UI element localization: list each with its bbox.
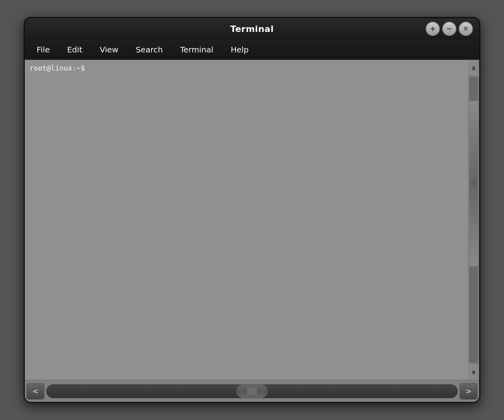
scroll-down-icon: ∨ [471, 368, 476, 376]
menu-file[interactable]: File [28, 42, 58, 58]
scroll-track-vertical[interactable] [469, 77, 478, 362]
terminal-window: Terminal + − ✕ File Edit View Search Ter… [24, 17, 480, 403]
scroll-up-button[interactable]: ∧ [468, 60, 479, 76]
menu-search[interactable]: Search [127, 42, 172, 58]
scroll-left-icon: < [32, 387, 38, 395]
minimize-button[interactable]: − [442, 22, 456, 36]
menu-view[interactable]: View [91, 42, 127, 58]
window-title: Terminal [230, 24, 274, 34]
terminal-prompt: root@linux:~$ [30, 64, 85, 72]
scroll-down-button[interactable]: ∨ [468, 364, 479, 380]
scroll-left-button[interactable]: < [26, 383, 44, 400]
menu-help[interactable]: Help [222, 42, 258, 58]
horizontal-scrollbar: < > [25, 380, 479, 402]
menu-edit[interactable]: Edit [58, 42, 91, 58]
scroll-track-horizontal[interactable] [46, 384, 458, 398]
window-controls: + − ✕ [426, 22, 473, 36]
terminal-output[interactable]: root@linux:~$ [25, 60, 468, 380]
title-bar: Terminal + − ✕ [25, 18, 479, 39]
terminal-area[interactable]: root@linux:~$ [25, 60, 468, 380]
h-grip-5 [256, 388, 256, 395]
menu-bar: File Edit View Search Terminal Help [25, 39, 479, 60]
menu-terminal[interactable]: Terminal [171, 42, 222, 58]
h-grip-3 [252, 388, 252, 395]
content-area: root@linux:~$ ∧ ∨ [25, 60, 479, 380]
scroll-grip-2 [471, 183, 476, 184]
scroll-grip-3 [471, 185, 476, 186]
scroll-grip-1 [471, 181, 476, 182]
close-button[interactable]: ✕ [459, 22, 473, 36]
scroll-right-icon: > [465, 387, 471, 395]
h-grip-1 [248, 388, 248, 395]
add-tab-button[interactable]: + [426, 22, 440, 36]
scroll-thumb-horizontal[interactable] [236, 385, 268, 398]
scroll-thumb-vertical[interactable] [469, 101, 478, 266]
vertical-scrollbar: ∧ ∨ [468, 60, 479, 380]
h-grip-2 [250, 388, 250, 395]
scroll-right-button[interactable]: > [460, 383, 478, 400]
h-grip-4 [254, 388, 254, 395]
prompt-line: root@linux:~$ [30, 64, 463, 72]
scroll-up-icon: ∧ [471, 64, 476, 72]
